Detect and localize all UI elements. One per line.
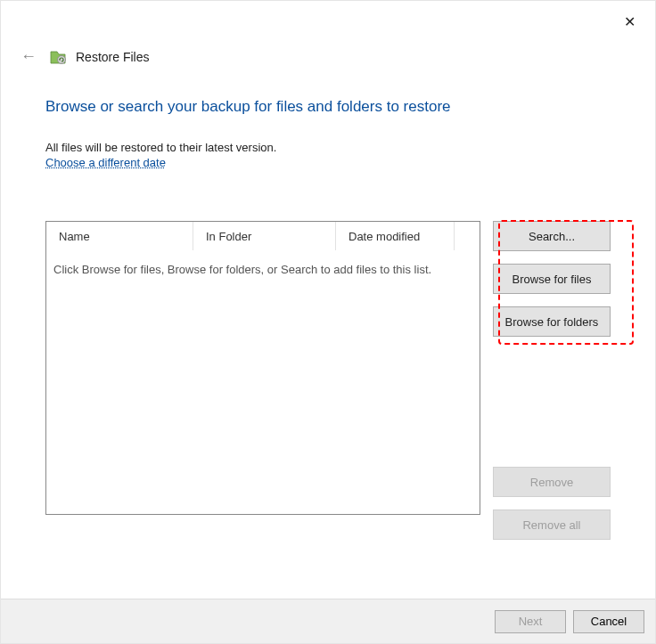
file-list: Name In Folder Date modified Click Brows… (45, 221, 480, 515)
choose-date-link[interactable]: Choose a different date (45, 156, 166, 169)
empty-list-text: Click Browse for files, Browse for folde… (46, 250, 480, 289)
svg-point-0 (58, 55, 66, 63)
remove-all-button: Remove all (493, 509, 611, 540)
close-button[interactable]: ✕ (624, 13, 636, 30)
page-instruction: Browse or search your backup for files a… (45, 98, 611, 116)
back-arrow-icon[interactable]: ← (20, 47, 37, 66)
restore-files-icon (49, 48, 67, 66)
column-name[interactable]: Name (46, 222, 193, 250)
column-folder[interactable]: In Folder (193, 222, 336, 250)
window-title: Restore Files (76, 50, 149, 64)
subtext: All files will be restored to their late… (45, 141, 611, 154)
browse-files-button[interactable]: Browse for files (493, 264, 611, 294)
column-date[interactable]: Date modified (336, 222, 455, 250)
search-button[interactable]: Search... (493, 221, 611, 251)
next-button: Next (495, 610, 566, 633)
browse-folders-button[interactable]: Browse for folders (493, 306, 611, 337)
cancel-button[interactable]: Cancel (573, 610, 644, 633)
column-spacer (455, 222, 480, 250)
remove-button: Remove (493, 467, 611, 497)
